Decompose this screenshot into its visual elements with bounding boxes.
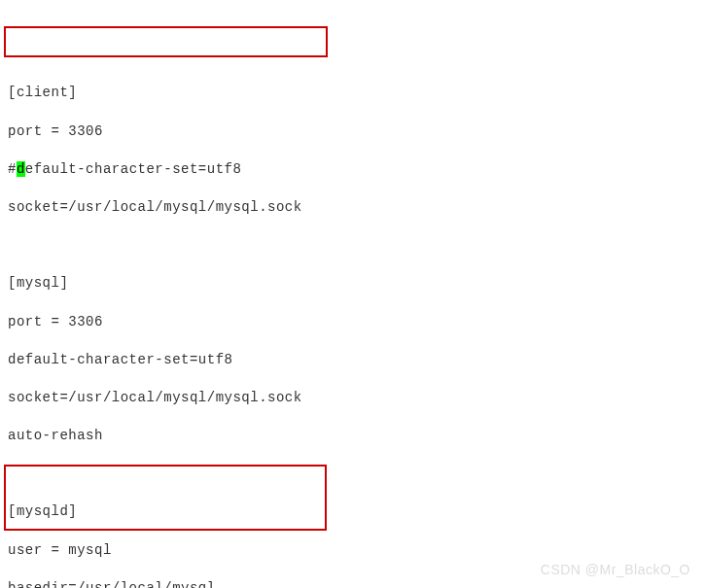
config-line-mysqld-user: user = mysql — [8, 541, 697, 561]
config-line-mysql-header: [mysql] — [8, 274, 697, 294]
config-line-mysql-port: port = 3306 — [8, 313, 697, 332]
watermark: CSDN @Mr_BlackO_O — [541, 561, 690, 580]
config-line-client-port: port = 3306 — [8, 122, 697, 142]
config-line-client-header: [client] — [8, 84, 697, 103]
config-line-mysql-socket: socket=/usr/local/mysql/mysql.sock — [8, 389, 697, 408]
blank-line-1 — [8, 236, 697, 256]
config-line-client-socket: socket=/usr/local/mysql/mysql.sock — [8, 198, 697, 218]
cursor-highlight: d — [17, 161, 25, 177]
charset-rest: efault-character-set=utf8 — [25, 161, 242, 177]
annotation-box-bottom — [4, 465, 327, 531]
config-line-mysql-charset: default-character-set=utf8 — [8, 351, 697, 370]
config-line-mysqld-basedir: basedir=/usr/local/mysql — [8, 579, 697, 588]
annotation-box-top — [4, 26, 328, 57]
comment-hash: # — [8, 161, 17, 177]
config-line-mysql-autorehash: auto-rehash — [8, 427, 697, 446]
config-line-client-charset: #default-character-set=utf8 — [8, 160, 697, 180]
